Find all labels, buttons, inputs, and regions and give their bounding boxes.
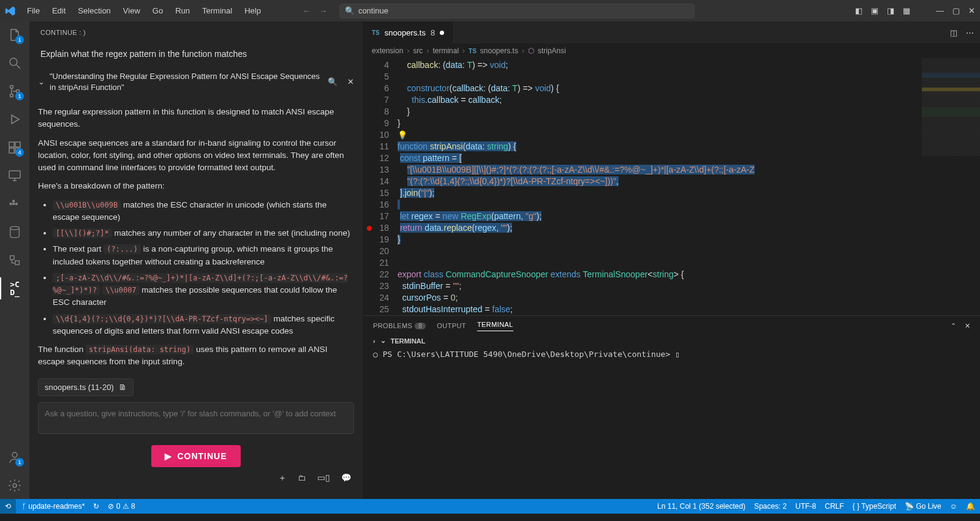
menu-view[interactable]: View: [118, 4, 145, 18]
remote-explorer-icon[interactable]: [7, 168, 22, 183]
svg-rect-6: [15, 142, 20, 147]
settings-gear-icon[interactable]: [7, 478, 22, 493]
panel-maximize-icon[interactable]: ⌃: [951, 322, 956, 330]
source-control-icon[interactable]: 1: [7, 84, 22, 99]
bullet-2: [[\\]()#;?]* matches any number of any c…: [53, 227, 354, 239]
accounts-icon[interactable]: 1: [7, 450, 22, 465]
docker-icon[interactable]: [7, 197, 22, 211]
terminal-body[interactable]: ○ PS C:\Users\LATITUDE 5490\OneDrive\Des…: [363, 346, 980, 362]
panel-tab-terminal[interactable]: TERMINAL: [477, 321, 513, 331]
svg-rect-13: [12, 200, 15, 203]
panel-tab-output[interactable]: OUTPUT: [437, 322, 466, 329]
tab-dirty-dot-icon: [440, 31, 444, 35]
status-language[interactable]: { } TypeScript: [853, 502, 896, 511]
svg-point-0: [10, 58, 17, 66]
status-encoding[interactable]: UTF-8: [796, 502, 816, 511]
github-pr-icon[interactable]: [7, 253, 22, 268]
search-icon[interactable]: [7, 56, 22, 70]
status-selection[interactable]: Ln 11, Col 1 (352 selected): [657, 502, 745, 511]
svg-line-1: [17, 65, 20, 69]
ts-icon: TS: [469, 48, 477, 54]
status-branch[interactable]: ᚶ update-readmes*: [22, 502, 85, 511]
docs-icon[interactable]: ▭▯: [317, 472, 330, 484]
crumb-extension[interactable]: extension: [372, 47, 403, 55]
tab-snoopers[interactable]: TS snoopers.ts 8: [363, 21, 453, 43]
run-debug-icon[interactable]: [7, 112, 22, 127]
continue-icon[interactable]: >CD_: [7, 281, 22, 296]
activity-bar: 1 1 4 >CD_ 1: [0, 21, 29, 499]
svg-rect-12: [15, 203, 18, 205]
menu-go[interactable]: Go: [148, 4, 168, 18]
chevron-right-icon[interactable]: ›: [373, 337, 375, 345]
explorer-badge: 1: [15, 36, 24, 44]
menu-selection[interactable]: Selection: [73, 4, 115, 18]
menu-edit[interactable]: Edit: [47, 4, 70, 18]
code-editor[interactable]: 45678910111213141516171819202122232425 c…: [363, 58, 980, 315]
explorer-icon[interactable]: 1: [7, 28, 22, 42]
svg-rect-9: [9, 171, 20, 178]
svg-rect-11: [12, 203, 15, 205]
continue-button[interactable]: ▶ CONTINUE: [151, 445, 240, 467]
terminal-group-label: TERMINAL: [391, 337, 426, 345]
bullet-5-code: \\d{1,4}(?:;\\d{0,4})*)?[\\dA-PR-TZcf-nt…: [53, 314, 271, 324]
answer-search-icon[interactable]: 🔍: [328, 77, 337, 86]
status-notifications-icon[interactable]: 🔔: [966, 502, 975, 511]
command-center-search[interactable]: 🔍 continue: [339, 4, 695, 18]
split-editor-icon[interactable]: ◫: [950, 28, 957, 37]
file-icon: 🗎: [119, 381, 127, 394]
scm-badge: 1: [15, 92, 24, 100]
editor-tabs: TS snoopers.ts 8 ◫ ⋯: [363, 21, 980, 43]
layout-panel-icon[interactable]: ▣: [871, 6, 878, 15]
ts-icon: TS: [372, 29, 380, 36]
panel-tab-problems[interactable]: PROBLEMS8: [373, 322, 426, 329]
minimap[interactable]: [922, 58, 980, 315]
breadcrumbs[interactable]: extension› src› terminal› TS snoopers.ts…: [363, 43, 980, 58]
bottom-panel: PROBLEMS8 OUTPUT TERMINAL ⌃ ✕ › ⌄ TERMIN…: [363, 315, 980, 499]
answer-close-icon[interactable]: ✕: [347, 77, 354, 86]
window-minimize-icon[interactable]: —: [936, 6, 944, 15]
layout-customize-icon[interactable]: ▦: [903, 6, 910, 15]
symbol-function-icon: ⬡: [528, 47, 534, 55]
window-maximize-icon[interactable]: ▢: [952, 6, 960, 15]
menu-help[interactable]: Help: [239, 4, 266, 18]
menu-run[interactable]: Run: [170, 4, 195, 18]
chevron-down-icon[interactable]: ⌄: [38, 77, 45, 86]
database-icon[interactable]: [7, 225, 22, 239]
answer-p4: The function stripAnsi(data: string) use…: [38, 343, 354, 369]
tab-problems-badge: 8: [431, 28, 435, 37]
nav-forward-icon[interactable]: →: [319, 6, 327, 15]
chevron-down-icon[interactable]: ⌄: [380, 337, 386, 345]
chat-input[interactable]: Ask a question, give instructions, type …: [38, 402, 354, 434]
svg-point-17: [12, 452, 17, 457]
status-problems[interactable]: ⊘ 0 ⚠ 8: [108, 502, 135, 511]
status-feedback-icon[interactable]: ☺: [950, 502, 957, 511]
status-spaces[interactable]: Spaces: 2: [754, 502, 786, 511]
crumb-terminal[interactable]: terminal: [432, 47, 459, 55]
crumb-file[interactable]: snoopers.ts: [480, 47, 518, 55]
chat-bubble-icon[interactable]: 💬: [341, 472, 352, 484]
remote-indicator[interactable]: ⟲: [0, 499, 16, 514]
new-session-icon[interactable]: ＋: [278, 472, 287, 484]
nav-back-icon[interactable]: ←: [303, 6, 311, 15]
panel-close-icon[interactable]: ✕: [965, 322, 970, 330]
window-close-icon[interactable]: ✕: [968, 6, 975, 15]
svg-point-2: [10, 86, 13, 89]
extensions-icon[interactable]: 4: [7, 140, 22, 155]
layout-primary-sidebar-icon[interactable]: ◧: [855, 6, 862, 15]
crumb-src[interactable]: src: [413, 47, 423, 55]
more-actions-icon[interactable]: ⋯: [966, 28, 974, 37]
line-gutter: 45678910111213141516171819202122232425: [363, 58, 398, 315]
svg-point-14: [10, 227, 20, 230]
p4-code: stripAnsi(data: string): [86, 345, 194, 354]
menu-terminal[interactable]: Terminal: [197, 4, 237, 18]
code-content[interactable]: callback: (data: T) => void; constructor…: [398, 58, 922, 315]
status-golive[interactable]: 📡 Go Live: [905, 502, 941, 511]
tab-label: snoopers.ts: [385, 28, 426, 37]
context-file-chip[interactable]: snoopers.ts (11-20) 🗎: [38, 378, 134, 397]
crumb-symbol[interactable]: stripAnsi: [538, 47, 566, 55]
layout-secondary-sidebar-icon[interactable]: ◨: [887, 6, 894, 15]
folder-icon[interactable]: 🗀: [298, 472, 306, 484]
status-sync[interactable]: ↻: [93, 502, 99, 511]
menu-file[interactable]: File: [22, 4, 45, 18]
status-eol[interactable]: CRLF: [825, 502, 844, 511]
